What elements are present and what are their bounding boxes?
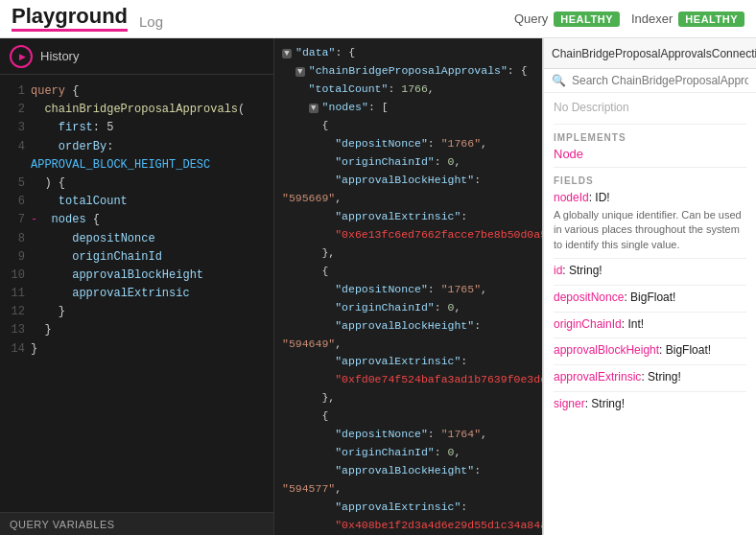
header-left: Playground Log <box>12 6 163 32</box>
field-originChainId: originChainId: Int! <box>554 316 746 333</box>
query-line-9: 9 originChainId <box>10 248 264 267</box>
main-layout: History 1 query { 2 chainBridgeProposalA… <box>0 38 756 535</box>
app-title: Playground <box>12 6 128 32</box>
query-line-12: 12 } <box>10 303 264 321</box>
indexer-status-group: Indexer HEALTHY <box>631 12 744 27</box>
query-line-14: 14 } <box>10 340 264 359</box>
schema-search: 🔍 <box>544 69 756 93</box>
schema-content: No Description IMPLEMENTS Node FIELDS no… <box>544 93 756 535</box>
header-right: Query HEALTHY Indexer HEALTHY <box>514 12 744 27</box>
query-line-3: 3 first: 5 <box>10 119 264 137</box>
query-editor[interactable]: 1 query { 2 chainBridgeProposalApprovals… <box>0 75 273 512</box>
tab-log[interactable]: Log <box>139 13 163 32</box>
query-variables-bar[interactable]: QUERY VARIABLES <box>0 512 273 535</box>
query-line-11: 11 approvalExtrinsic <box>10 285 264 303</box>
schema-panel-title: ChainBridgeProposalApprovalsConnection <box>552 47 756 60</box>
query-line-2: 2 chainBridgeProposalApprovals( <box>10 101 264 119</box>
header: Playground Log Query HEALTHY Indexer HEA… <box>0 0 756 38</box>
json-output: ▼"data": { ▼"chainBridgeProposalApproval… <box>282 44 534 535</box>
no-description: No Description <box>554 101 746 114</box>
field-signer: signer: String! <box>554 396 746 412</box>
search-icon: 🔍 <box>552 74 566 87</box>
field-depositNonce: depositNonce: BigFloat! <box>554 290 746 306</box>
query-variables-label: QUERY VARIABLES <box>10 519 115 530</box>
query-line-7: 7 - nodes { <box>10 211 264 229</box>
query-line-8: 8 depositNonce <box>10 230 264 248</box>
field-approvalBlockHeight: approvalBlockHeight: BigFloat! <box>554 342 746 359</box>
implements-section-title: IMPLEMENTS <box>554 132 746 143</box>
query-editor-panel: History 1 query { 2 chainBridgeProposalA… <box>0 38 273 535</box>
node-link[interactable]: Node <box>554 147 746 161</box>
schema-panel: ChainBridgeProposalApprovalsConnection C… <box>543 38 756 535</box>
query-label: Query <box>514 12 548 26</box>
query-line-4: 4 orderBy: APPROVAL_BLOCK_HEIGHT_DESC <box>10 138 264 174</box>
indexer-label: Indexer <box>631 12 673 26</box>
query-line-5: 5 ) { <box>10 174 264 193</box>
schema-panel-header: ChainBridgeProposalApprovalsConnection C… <box>544 38 756 69</box>
field-nodeid: nodeId: ID! A globally unique identifier… <box>554 190 746 252</box>
run-button[interactable] <box>10 45 33 68</box>
editor-toolbar: History <box>0 38 273 75</box>
query-line-10: 10 approvalBlockHeight <box>10 267 264 285</box>
query-status-group: Query HEALTHY <box>514 12 620 27</box>
query-status-badge: HEALTHY <box>554 12 620 27</box>
history-label: History <box>40 49 79 63</box>
query-line-13: 13 } <box>10 321 264 339</box>
fields-section-title: FIELDS <box>554 175 746 186</box>
results-panel[interactable]: ▼"data": { ▼"chainBridgeProposalApproval… <box>273 38 543 535</box>
field-approvalExtrinsic: approvalExtrinsic: String! <box>554 369 746 385</box>
query-line-1: 1 query { <box>10 82 264 101</box>
query-line-6: 6 totalCount <box>10 193 264 211</box>
schema-search-input[interactable] <box>572 74 748 87</box>
indexer-status-badge: HEALTHY <box>678 12 744 27</box>
field-id: id: String! <box>554 263 746 279</box>
